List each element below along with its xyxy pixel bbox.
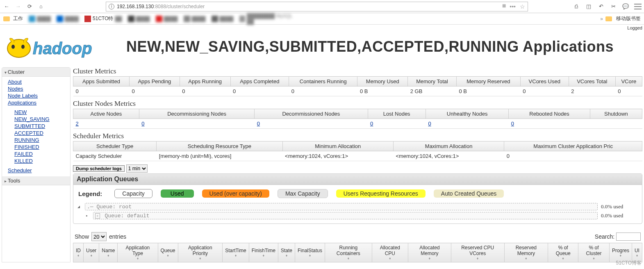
table-header[interactable]: Application Priority♦ [178,243,223,262]
table-header[interactable]: Unhealthy Nodes [426,109,508,119]
sidebar-section-tools[interactable]: Tools [2,176,70,185]
cluster-metrics-table: Apps SubmittedApps PendingApps RunningAp… [73,76,642,96]
bookmark-item[interactable]: ████ [184,16,206,22]
sidebar-icon[interactable]: ◫ [585,3,592,10]
sidebar-link-node-labels[interactable]: Node Labels [8,93,38,99]
table-header[interactable]: State♦ [278,243,295,262]
mobile-bookmarks[interactable]: 移动版书签 [616,15,641,22]
plus-icon[interactable]: + [95,213,100,219]
sidebar-link-state-failed[interactable]: FAILED [14,151,33,157]
table-header[interactable]: Allocated Memory♦ [408,243,451,262]
table-header[interactable]: Rebooted Nodes [509,109,590,119]
table-link[interactable]: 0 [370,121,373,127]
reload-icon[interactable]: ⟳ [25,2,34,11]
table-header[interactable]: Decommissioned Nodes [255,109,368,119]
table-header[interactable]: User♦ [84,243,99,262]
dump-scheduler-logs-button[interactable]: Dump scheduler logs [73,165,125,172]
bookmark-item[interactable]: ████████ MySQL ██ [239,13,297,25]
queue-row-root[interactable]: ◢ .─ Queue: root 0.0% used [77,203,638,210]
queue-label: Queue: default [105,213,149,219]
sidebar-link-state-new[interactable]: NEW [14,109,27,115]
sidebar-section-cluster[interactable]: Cluster [2,68,70,77]
bookmark-item[interactable]: ████ [212,16,234,22]
bookmarks-overflow-icon[interactable]: » [600,16,603,22]
table-header[interactable]: FinalStatus♦ [295,243,325,262]
table-header[interactable]: Reserved Memory♦ [504,243,548,262]
sidebar-link-state-accepted[interactable]: ACCEPTED [14,130,43,136]
table-header[interactable]: Apps Completed [230,77,289,87]
table-header[interactable]: Minimum Allocation [282,141,393,151]
library-icon[interactable]: ⎙ [573,3,580,10]
table-header[interactable]: Scheduler Type [73,141,157,151]
table-header[interactable]: Apps Pending [129,77,180,87]
chat-icon[interactable]: 💬 [622,3,629,10]
table-header[interactable]: Shutdown [590,109,642,119]
search-input[interactable] [616,233,641,241]
table-header[interactable]: VCore [615,77,642,87]
table-header[interactable]: Decommissioning Nodes [139,109,254,119]
table-link[interactable]: 2 [76,121,79,127]
expand-icon[interactable]: ▸ [86,213,91,218]
table-header[interactable]: Running Containers♦ [325,243,372,262]
table-link[interactable]: 0 [257,121,260,127]
table-link[interactable]: 0 [428,121,431,127]
page-size-select[interactable]: 20 [91,232,107,241]
sidebar-link-scheduler[interactable]: Scheduler [8,167,32,173]
more-icon[interactable]: ••• [510,3,516,10]
table-header[interactable]: Name♦ [99,243,118,262]
sidebar-link-about[interactable]: About [8,79,22,85]
sidebar-link-state-running[interactable]: RUNNING [14,137,39,143]
dump-duration-select[interactable]: 1 min [126,164,148,173]
table-link[interactable]: 0 [141,121,144,127]
table-header[interactable]: Containers Running [289,77,357,87]
table-header[interactable]: Reserved CPU VCores♦ [451,243,504,262]
table-header[interactable]: % of Queue♦ [548,243,578,262]
sidebar-link-nodes[interactable]: Nodes [8,86,23,92]
table-header[interactable]: Application Type♦ [118,243,158,262]
table-header[interactable]: Maximum Cluster Application Pric [504,141,642,151]
sidebar-link-state-new-saving[interactable]: NEW_SAVING [14,116,50,122]
table-header[interactable]: Allocated CPU♦ [372,243,408,262]
bookmark-item[interactable]: 51CTO特██ [84,15,122,22]
bookmark-item[interactable]: ████ [156,16,178,22]
table-cell: <memory:1024, vCores:1> [282,151,393,161]
bookmark-star-icon[interactable]: ☆ [520,3,525,10]
screenshot-icon[interactable]: ✂ [610,3,617,10]
url-bar[interactable]: i 192.168.159.130:8088/cluster/scheduler… [106,2,528,11]
table-header[interactable]: Lost Nodes [368,109,426,119]
table-header[interactable]: VCores Used [520,77,569,87]
table-header[interactable]: Memory Used [357,77,408,87]
home-icon[interactable]: ⌂ [37,2,45,11]
site-info-icon[interactable]: i [109,4,114,9]
table-header[interactable]: Apps Submitted [73,77,130,87]
table-header[interactable]: % of Cluster♦ [578,243,610,262]
sidebar-link-state-finished[interactable]: FINISHED [14,144,39,150]
sidebar-link-applications[interactable]: Applications [8,100,36,106]
table-header[interactable]: Scheduling Resource Type [157,141,282,151]
table-header[interactable]: VCores Total [569,77,615,87]
table-header[interactable]: Queue♦ [158,243,178,262]
reader-icon[interactable]: ▦ [502,3,505,10]
table-header[interactable]: Apps Running [180,77,230,87]
table-header[interactable]: ID♦ [73,243,84,262]
bookmark-item[interactable]: ████ [29,16,51,22]
bookmark-item[interactable]: ████ [57,16,79,22]
table-header[interactable]: Maximum Allocation [393,141,504,151]
table-header[interactable]: Memory Reserved [456,77,520,87]
table-header[interactable]: StartTime♦ [223,243,249,262]
bookmark-item[interactable]: 工作 [3,15,23,22]
undo-icon[interactable]: ↶ [597,3,605,10]
table-header[interactable]: Memory Total [408,77,457,87]
bookmark-item[interactable]: ████ [128,16,150,22]
table-header[interactable]: FinishTime♦ [249,243,278,262]
queue-row-default[interactable]: ▸ + Queue: default 0.0% used [86,212,638,219]
menu-icon[interactable] [634,4,642,9]
table-link[interactable]: 0 [511,121,514,127]
sidebar-link-state-submitted[interactable]: SUBMITTED [14,123,45,129]
watermark: 51CTO博客 [616,260,642,262]
nav-forward-icon[interactable]: → [14,2,22,11]
table-header[interactable]: Active Nodes [73,109,139,119]
sidebar-link-state-killed[interactable]: KILLED [14,158,33,164]
nav-back-icon[interactable]: ← [2,2,11,11]
collapse-icon[interactable]: ◢ [77,204,83,209]
